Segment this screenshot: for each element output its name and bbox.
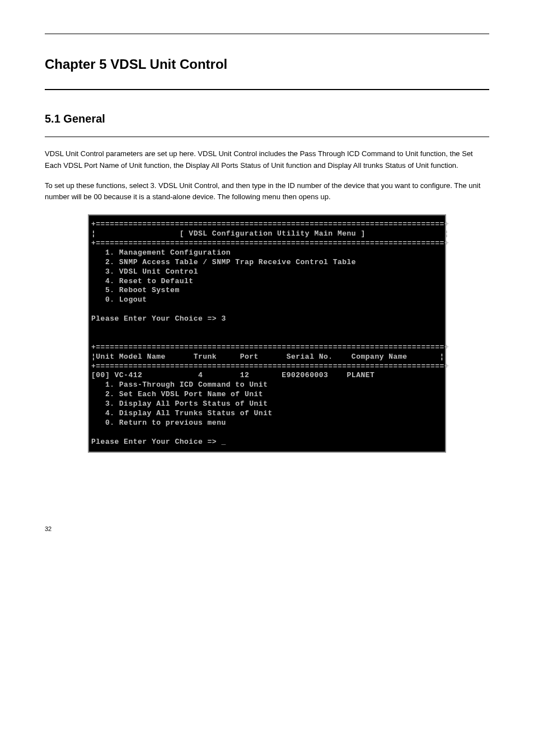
chapter-title: Chapter 5 VDSL Unit Control bbox=[45, 57, 489, 72]
chapter-divider bbox=[45, 89, 489, 90]
page-number: 32 bbox=[45, 525, 489, 532]
terminal-prompt-2: Please Enter Your Choice => _ bbox=[91, 438, 226, 446]
terminal-border-mid2: +=======================================… bbox=[91, 362, 449, 370]
terminal-data-row: [00] VC-412 4 12 E902060003 PLANET bbox=[91, 371, 374, 379]
terminal-submenu-4: 4. Display All Trunks Status of Unit bbox=[91, 409, 273, 417]
terminal-submenu-3: 3. Display All Ports Status of Unit bbox=[91, 400, 268, 408]
terminal-submenu-2: 2. Set Each VDSL Port Name of Unit bbox=[91, 390, 263, 398]
terminal-border-top: +=======================================… bbox=[91, 220, 449, 228]
terminal-menu-2: 2. SNMP Access Table / SNMP Trap Receive… bbox=[91, 258, 356, 266]
section-heading: 5.1 General bbox=[45, 112, 489, 125]
terminal-prompt-1: Please Enter Your Choice => 3 bbox=[91, 314, 226, 323]
terminal-border-mid1: +=======================================… bbox=[91, 343, 449, 351]
terminal-menu-4: 4. Reset to Default bbox=[91, 277, 194, 285]
terminal-menu-5: 5. Reboot System bbox=[91, 286, 180, 294]
terminal-border-title: +=======================================… bbox=[91, 239, 449, 247]
section-divider bbox=[45, 137, 489, 137]
terminal-menu-3: 3. VDSL Unit Control bbox=[91, 267, 198, 276]
terminal-submenu-1: 1. Pass-Through ICD Command to Unit bbox=[91, 381, 268, 389]
terminal-title: ¦ [ VDSL Configuration Utility Main Menu… bbox=[91, 229, 449, 238]
terminal-screenshot: +=======================================… bbox=[88, 214, 446, 452]
terminal-menu-1: 1. Management Configuration bbox=[91, 248, 231, 257]
terminal-menu-0: 0. Logout bbox=[91, 295, 147, 304]
terminal-submenu-0: 0. Return to previous menu bbox=[91, 419, 226, 427]
body-paragraph-1: VDSL Unit Control parameters are set up … bbox=[45, 148, 489, 172]
terminal-header: ¦Unit Model Name Trunk Port Serial No. C… bbox=[91, 353, 444, 361]
top-divider bbox=[45, 34, 489, 34]
body-paragraph-2: To set up these functions, select 3. VDS… bbox=[45, 180, 489, 204]
